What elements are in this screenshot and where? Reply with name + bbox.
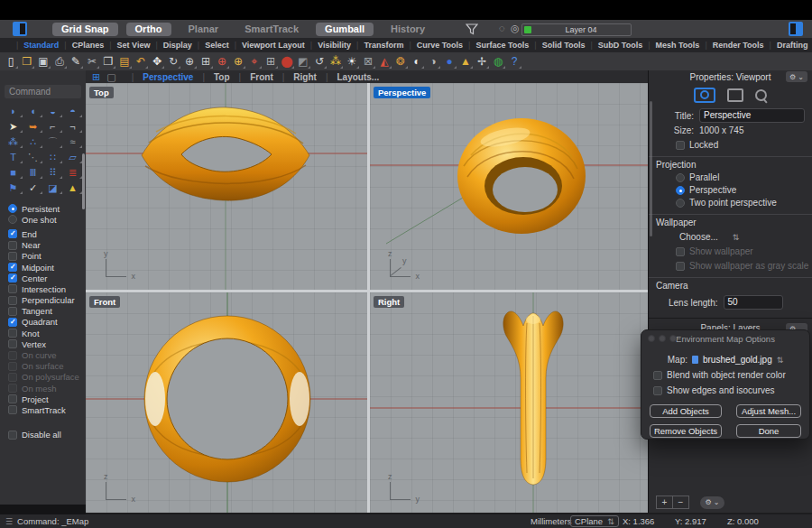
- stepper-icon[interactable]: ⇅: [733, 233, 740, 242]
- rendered-sphere-icon[interactable]: ●: [441, 54, 457, 69]
- osnap-item[interactable]: Perpendicular: [0, 295, 86, 306]
- viewport-tab[interactable]: Perspective: [123, 72, 194, 82]
- units-indicator[interactable]: Millimeters: [531, 516, 571, 526]
- camera-icon[interactable]: [694, 88, 715, 103]
- osnap-item[interactable]: On curve: [0, 349, 86, 360]
- shaded-sphere-icon[interactable]: ◐: [409, 54, 425, 69]
- polyline-tool[interactable]: ⋱: [23, 150, 43, 164]
- osnap-checkbox[interactable]: [8, 339, 17, 348]
- mode-toggle-button[interactable]: Planar: [180, 23, 228, 36]
- toolbar-tab[interactable]: Solid Tools: [529, 41, 585, 50]
- osnap-item[interactable]: End: [0, 228, 86, 239]
- toolbar-tab[interactable]: Select: [192, 41, 229, 50]
- osnap-checkbox[interactable]: [8, 263, 17, 272]
- toolbar-tab[interactable]: Display: [150, 41, 191, 50]
- viewport-tab[interactable]: Front: [230, 72, 273, 82]
- undo-icon[interactable]: ↶: [133, 54, 149, 69]
- osnap-checkbox[interactable]: [8, 351, 17, 360]
- osnap-checkbox[interactable]: [8, 284, 17, 293]
- projection-option[interactable]: Two point perspective: [676, 198, 812, 208]
- dialog-checkbox-row[interactable]: Blend with object render color: [653, 370, 809, 380]
- mode-toggle-button[interactable]: SmartTrack: [235, 23, 308, 36]
- circle-pack-tool[interactable]: ⁂: [4, 134, 23, 149]
- array-grid-tool[interactable]: ⠿: [43, 165, 63, 180]
- osnap-item[interactable]: On surface: [0, 361, 86, 372]
- remove-objects-button[interactable]: Remove Objects: [650, 424, 722, 438]
- lamp-icon[interactable]: ☀: [344, 54, 360, 69]
- lens-length-input[interactable]: 50: [724, 295, 783, 310]
- toolbar-tab[interactable]: Curve Tools: [403, 41, 463, 50]
- text-tool[interactable]: T: [4, 150, 23, 164]
- dialog-titlebar[interactable]: Environment Map Options: [641, 330, 809, 347]
- osnap-checkbox[interactable]: [8, 273, 17, 283]
- save-icon[interactable]: ▣: [35, 54, 51, 69]
- cut-icon[interactable]: ✂: [84, 54, 100, 69]
- arc-tool[interactable]: ⌒: [43, 134, 63, 149]
- osnap-checkbox[interactable]: [8, 405, 17, 414]
- surface-tool-4[interactable]: ◓: [63, 104, 83, 118]
- osnap-item[interactable]: Vertex: [0, 338, 86, 349]
- osnap-item[interactable]: Center: [0, 273, 86, 283]
- pan-icon[interactable]: ✥: [149, 54, 165, 69]
- pyramid-tool[interactable]: ▲: [63, 181, 83, 195]
- toolbar-tab[interactable]: Standard: [11, 41, 59, 50]
- zoom-window-icon[interactable]: [669, 335, 677, 342]
- projection-option[interactable]: Perspective: [676, 185, 812, 195]
- osnap-checkbox[interactable]: [8, 362, 17, 371]
- annotate-icon[interactable]: ✎: [68, 54, 84, 69]
- osnap-checkbox[interactable]: [8, 252, 17, 261]
- toolbar-tab[interactable]: Surface Tools: [463, 41, 529, 50]
- viewport-label-right[interactable]: Right: [374, 296, 404, 308]
- osnap-item[interactable]: On polysurface: [0, 372, 86, 383]
- point-lights-icon[interactable]: ⁂: [328, 54, 344, 69]
- toolbar-tab[interactable]: CPlanes: [59, 41, 104, 50]
- projection-radio[interactable]: [676, 199, 685, 208]
- toolbar-tab[interactable]: Transform: [351, 41, 403, 50]
- osnap-checkbox[interactable]: [8, 307, 17, 316]
- command-input[interactable]: Command: [5, 85, 81, 98]
- osnap-item[interactable]: Knot: [0, 328, 86, 338]
- surface-tool-2[interactable]: ◖: [23, 104, 43, 118]
- viewport-right[interactable]: Right z y: [370, 292, 648, 513]
- viewport-top[interactable]: Top y x: [86, 83, 367, 290]
- sidebar-scrollbar[interactable]: [82, 153, 85, 209]
- viewport-rect-icon[interactable]: [727, 88, 743, 102]
- osnap-checkbox[interactable]: [8, 373, 17, 382]
- viewport-perspective[interactable]: Perspective z x y: [370, 83, 648, 290]
- minimize-window-icon[interactable]: [659, 335, 666, 342]
- cplane-icon[interactable]: ◩: [295, 54, 311, 69]
- columns-tool[interactable]: Ⅲ: [23, 165, 43, 180]
- align-tool[interactable]: ⌐: [43, 119, 63, 134]
- osnap-item[interactable]: Project: [0, 394, 86, 404]
- layer-filter-button[interactable]: ⚙ ⌄: [700, 496, 724, 509]
- render-icon[interactable]: ◭: [376, 54, 392, 69]
- wallpaper-choose-dropdown[interactable]: Choose...: [679, 232, 718, 242]
- projection-option[interactable]: Parallel: [676, 172, 812, 182]
- osnap-item[interactable]: Disable all: [0, 430, 86, 440]
- right-panel-toggle-icon[interactable]: [789, 22, 803, 36]
- zoom-extents-icon[interactable]: ⊕: [230, 54, 246, 69]
- add-layer-button[interactable]: +: [656, 496, 673, 509]
- mode-toggle-button[interactable]: Grid Snap: [52, 23, 118, 36]
- osnap-item[interactable]: Near: [0, 240, 86, 251]
- viewport-title-input[interactable]: Perspective: [699, 108, 805, 123]
- viewport-front[interactable]: Front z x: [86, 292, 367, 513]
- current-layer-field[interactable]: Layer 04: [521, 23, 632, 36]
- point-set-tool[interactable]: ∴: [23, 134, 43, 149]
- adjust-mesh-button[interactable]: Adjust Mesh...: [736, 404, 801, 418]
- cone-icon[interactable]: ▲: [457, 54, 474, 69]
- dialog-checkbox-row[interactable]: Show edges and isocurves: [653, 385, 809, 395]
- zoom-window-icon[interactable]: ⊞: [198, 54, 214, 69]
- toolbar-tab[interactable]: Drafting: [764, 41, 808, 50]
- surface-corner-tool[interactable]: ◪: [43, 181, 63, 195]
- mode-toggle-button[interactable]: Ortho: [126, 23, 171, 36]
- loop-icon[interactable]: ◎: [511, 23, 520, 34]
- named-view-icon[interactable]: ⬤: [279, 54, 295, 69]
- rotate-view-icon[interactable]: ↻: [165, 54, 181, 69]
- check-tool[interactable]: ✓: [23, 181, 43, 195]
- copy-icon[interactable]: ❐: [100, 54, 116, 69]
- panel-gear-button[interactable]: ⚙ ⌄: [786, 71, 807, 82]
- toolbar-tab[interactable]: Viewport Layout: [229, 41, 305, 50]
- surface-tool-1[interactable]: ◗: [4, 104, 23, 118]
- rotate-cplane-icon[interactable]: ↺: [311, 54, 328, 69]
